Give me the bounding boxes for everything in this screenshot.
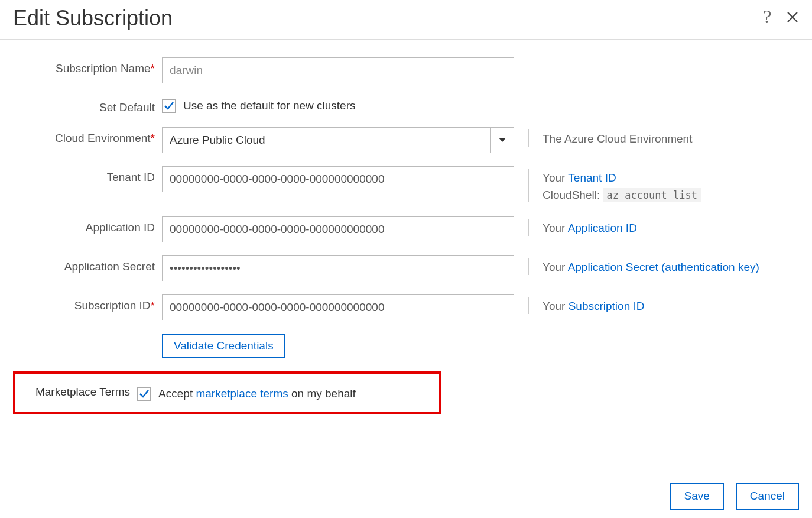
marketplace-terms-highlight: Marketplace Terms Accept marketplace ter… <box>13 371 441 414</box>
tenant-id-link[interactable]: Tenant ID <box>568 171 616 184</box>
row-validate: Validate Credentials <box>13 334 799 358</box>
help-application-id: Your Application ID <box>514 216 637 237</box>
label-subscription-name: Subscription Name* <box>13 57 162 75</box>
row-set-default: Set Default Use as the default for new c… <box>13 96 799 114</box>
tenant-id-input[interactable] <box>162 166 514 192</box>
required-asterisk: * <box>151 62 155 75</box>
help-cloud-environment: The Azure Cloud Environment <box>514 127 692 148</box>
row-subscription-name: Subscription Name* <box>13 57 799 83</box>
set-default-label-text: Use as the default for new clusters <box>183 99 355 112</box>
marketplace-terms-checkbox[interactable] <box>137 387 151 401</box>
cloudshell-code: az account list <box>603 188 701 202</box>
subscription-id-input[interactable] <box>162 294 514 320</box>
label-application-secret: Application Secret <box>13 255 162 273</box>
checkmark-icon <box>164 101 174 111</box>
label-marketplace-terms: Marketplace Terms <box>19 384 137 399</box>
cloud-environment-select[interactable]: Azure Public Cloud <box>162 127 514 153</box>
form-body: Subscription Name* Set Default Use as th… <box>0 40 812 414</box>
help-application-secret: Your Application Secret (authentication … <box>514 255 759 276</box>
label-set-default: Set Default <box>13 96 162 114</box>
save-button[interactable]: Save <box>670 483 724 510</box>
header-actions: ? <box>762 8 799 29</box>
row-marketplace-terms: Marketplace Terms Accept marketplace ter… <box>19 384 436 401</box>
application-secret-input[interactable] <box>162 255 514 281</box>
close-icon[interactable] <box>786 11 799 27</box>
subscription-name-input[interactable] <box>162 57 514 83</box>
row-tenant-id: Tenant ID Your Tenant ID CloudShell: az … <box>13 166 799 203</box>
application-secret-link[interactable]: Application Secret (authentication key) <box>568 261 759 273</box>
required-asterisk: * <box>151 132 155 144</box>
svg-text:?: ? <box>763 8 771 26</box>
marketplace-terms-link[interactable]: marketplace terms <box>196 387 288 400</box>
row-subscription-id: Subscription ID* Your Subscription ID <box>13 294 799 320</box>
required-asterisk: * <box>151 299 155 312</box>
help-icon[interactable]: ? <box>762 8 775 29</box>
label-tenant-id: Tenant ID <box>13 166 162 184</box>
marketplace-terms-text: Accept marketplace terms on my behalf <box>158 387 356 400</box>
dialog-header: Edit Subscription ? <box>0 0 812 40</box>
row-cloud-environment: Cloud Environment* Azure Public Cloud Th… <box>13 127 799 153</box>
help-tenant-id: Your Tenant ID CloudShell: az account li… <box>514 166 701 203</box>
row-application-id: Application ID Your Application ID <box>13 216 799 242</box>
dialog-title: Edit Subscription <box>13 6 762 31</box>
label-subscription-id: Subscription ID* <box>13 294 162 312</box>
subscription-id-link[interactable]: Subscription ID <box>569 300 645 312</box>
set-default-checkbox[interactable] <box>162 99 176 113</box>
cloud-environment-value: Azure Public Cloud <box>163 134 490 147</box>
cancel-button[interactable]: Cancel <box>736 483 799 510</box>
application-id-link[interactable]: Application ID <box>568 222 637 234</box>
label-cloud-environment: Cloud Environment* <box>13 127 162 145</box>
application-id-input[interactable] <box>162 216 514 242</box>
help-subscription-id: Your Subscription ID <box>514 294 645 315</box>
dialog-footer: Save Cancel <box>0 474 812 518</box>
chevron-down-icon <box>490 128 514 153</box>
validate-credentials-button[interactable]: Validate Credentials <box>162 334 285 358</box>
checkmark-icon <box>139 388 150 399</box>
row-application-secret: Application Secret Your Application Secr… <box>13 255 799 281</box>
label-application-id: Application ID <box>13 216 162 234</box>
